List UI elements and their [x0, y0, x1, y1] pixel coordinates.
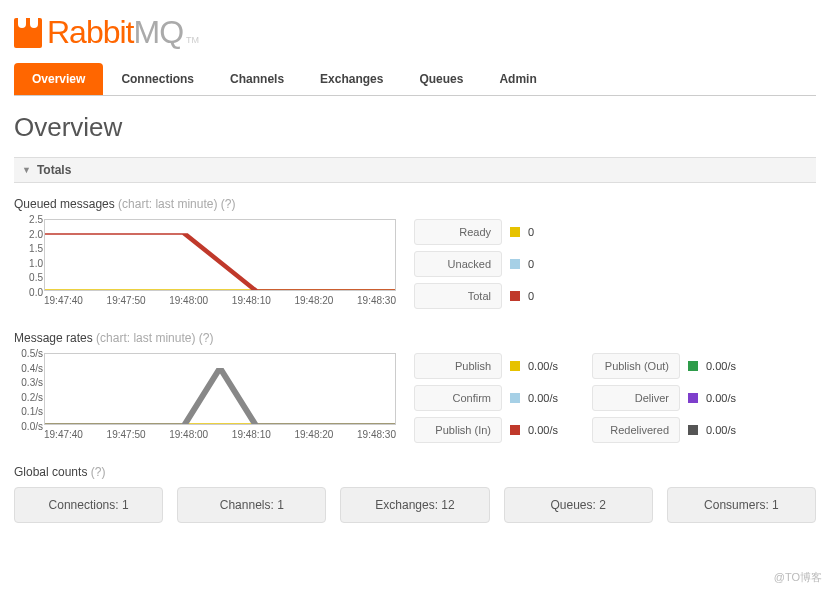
legend-unacked-val: 0 [528, 258, 574, 270]
tab-admin[interactable]: Admin [481, 63, 554, 95]
legend-ready[interactable]: Ready [414, 219, 502, 245]
swatch-publish-out [688, 361, 698, 371]
legend-publish-val: 0.00/s [528, 360, 574, 372]
rates-title: Message rates (chart: last minute) (?) [14, 331, 816, 345]
legend-confirm[interactable]: Confirm [414, 385, 502, 411]
swatch-ready [510, 227, 520, 237]
rates-chart: 0.5/s0.4/s0.3/s0.2/s0.1/s0.0/s 19:47:401… [14, 353, 396, 440]
section-totals-toggle[interactable]: ▼ Totals [14, 157, 816, 183]
legend-redelivered[interactable]: Redelivered [592, 417, 680, 443]
global-connections[interactable]: Connections: 1 [14, 487, 163, 523]
global-title: Global counts (?) [14, 465, 816, 479]
queued-xticks: 19:47:4019:47:5019:48:0019:48:1019:48:20… [44, 295, 396, 306]
legend-total[interactable]: Total [414, 283, 502, 309]
queued-row: 2.52.01.51.00.50.0 19:47:4019:47:5019:48… [14, 219, 816, 309]
legend-publish-in[interactable]: Publish (In) [414, 417, 502, 443]
swatch-publish-in [510, 425, 520, 435]
swatch-unacked [510, 259, 520, 269]
swatch-publish [510, 361, 520, 371]
tab-exchanges[interactable]: Exchanges [302, 63, 401, 95]
rates-xticks: 19:47:4019:47:5019:48:0019:48:1019:48:20… [44, 429, 396, 440]
legend-deliver-val: 0.00/s [706, 392, 752, 404]
legend-publish-out[interactable]: Publish (Out) [592, 353, 680, 379]
rabbit-icon [14, 18, 42, 48]
help-icon[interactable]: (?) [221, 197, 236, 211]
page-title: Overview [14, 112, 816, 143]
rates-row: 0.5/s0.4/s0.3/s0.2/s0.1/s0.0/s 19:47:401… [14, 353, 816, 443]
legend-publish-out-val: 0.00/s [706, 360, 752, 372]
queued-title: Queued messages (chart: last minute) (?) [14, 197, 816, 211]
swatch-redelivered [688, 425, 698, 435]
global-consumers[interactable]: Consumers: 1 [667, 487, 816, 523]
nav-tabs: Overview Connections Channels Exchanges … [14, 63, 816, 96]
swatch-deliver [688, 393, 698, 403]
legend-publish-in-val: 0.00/s [528, 424, 574, 436]
queued-chart-svg [45, 220, 395, 290]
global-queues[interactable]: Queues: 2 [504, 487, 653, 523]
logo-rabbit: Rabbit [47, 14, 134, 50]
tab-overview[interactable]: Overview [14, 63, 103, 95]
rates-legend-2: Publish (Out)0.00/s Deliver0.00/s Redeli… [592, 353, 752, 443]
logo-text: RabbitMQ [47, 14, 183, 51]
logo-tm: TM [186, 35, 199, 45]
logo-mq: MQ [134, 14, 184, 50]
tab-queues[interactable]: Queues [401, 63, 481, 95]
chevron-down-icon: ▼ [22, 165, 31, 175]
queued-chart: 2.52.01.51.00.50.0 19:47:4019:47:5019:48… [14, 219, 396, 306]
global-exchanges[interactable]: Exchanges: 12 [340, 487, 489, 523]
rates-yticks: 0.5/s0.4/s0.3/s0.2/s0.1/s0.0/s [17, 348, 43, 432]
help-icon[interactable]: (?) [91, 465, 106, 479]
rates-legend-1: Publish0.00/s Confirm0.00/s Publish (In)… [414, 353, 574, 443]
legend-total-val: 0 [528, 290, 574, 302]
queued-legend: Ready 0 Unacked 0 Total 0 [414, 219, 574, 309]
rates-chart-svg [45, 354, 395, 424]
global-counts: Connections: 1 Channels: 1 Exchanges: 12… [14, 487, 816, 523]
swatch-total [510, 291, 520, 301]
legend-confirm-val: 0.00/s [528, 392, 574, 404]
legend-publish[interactable]: Publish [414, 353, 502, 379]
tab-connections[interactable]: Connections [103, 63, 212, 95]
swatch-confirm [510, 393, 520, 403]
queued-yticks: 2.52.01.51.00.50.0 [17, 214, 43, 298]
legend-unacked[interactable]: Unacked [414, 251, 502, 277]
help-icon[interactable]: (?) [199, 331, 214, 345]
tab-channels[interactable]: Channels [212, 63, 302, 95]
legend-redelivered-val: 0.00/s [706, 424, 752, 436]
global-channels[interactable]: Channels: 1 [177, 487, 326, 523]
legend-deliver[interactable]: Deliver [592, 385, 680, 411]
section-totals-label: Totals [37, 163, 71, 177]
logo: RabbitMQ TM [14, 14, 816, 51]
legend-ready-val: 0 [528, 226, 574, 238]
